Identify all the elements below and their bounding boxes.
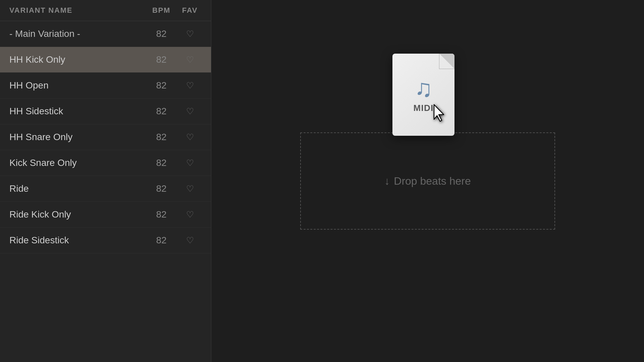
row-variant-name: Ride Kick Only [9,209,145,220]
midi-file-label: MIDI [413,103,433,113]
heart-icon: ♡ [186,132,194,142]
music-notes-icon: ♫ [415,76,433,100]
drop-beats-text: Drop beats here [394,175,471,187]
row-variant-name: HH Sidestick [9,106,145,117]
table-row[interactable]: HH Sidestick 82 ♡ [0,99,211,124]
table-row[interactable]: Ride 82 ♡ [0,176,211,202]
left-panel: VARIANT NAME BPM FAV - Main Variation - … [0,0,211,362]
heart-icon: ♡ [186,235,194,245]
row-bpm: 82 [145,106,178,117]
row-variant-name: HH Kick Only [9,54,145,65]
row-variant-name: - Main Variation - [9,28,145,39]
heart-icon: ♡ [186,209,194,220]
row-variant-name: HH Snare Only [9,132,145,142]
col-fav-header: FAV [178,6,202,15]
table-row[interactable]: - Main Variation - 82 ♡ [0,21,211,47]
row-bpm: 82 [145,80,178,91]
cursor [433,104,446,122]
table-row[interactable]: HH Kick Only 82 ♡ [0,47,211,73]
table-row[interactable]: Ride Kick Only 82 ♡ [0,202,211,228]
row-variant-name: Ride Sidestick [9,235,145,246]
table-row[interactable]: HH Snare Only 82 ♡ [0,124,211,150]
table-row[interactable]: Kick Snare Only 82 ♡ [0,150,211,176]
row-variant-name: Ride [9,183,145,194]
row-fav-icon[interactable]: ♡ [178,107,202,116]
col-bpm-header: BPM [145,6,178,15]
right-panel[interactable]: ↓ Drop beats here ♫ MIDI [211,0,644,362]
heart-icon: ♡ [186,184,194,194]
row-fav-icon[interactable]: ♡ [178,81,202,90]
table-row[interactable]: HH Open 82 ♡ [0,73,211,99]
heart-icon: ♡ [186,29,194,39]
midi-file-icon: ♫ MIDI [392,54,454,136]
row-fav-icon[interactable]: ♡ [178,55,202,64]
table-rows: - Main Variation - 82 ♡ HH Kick Only 82 … [0,21,211,362]
row-fav-icon[interactable]: ♡ [178,159,202,167]
col-variant-header: VARIANT NAME [9,6,145,15]
midi-drag-preview: ♫ MIDI [392,54,454,136]
table-row[interactable]: Ride Sidestick 82 ♡ [0,228,211,253]
drop-zone[interactable]: ↓ Drop beats here [300,132,555,230]
row-bpm: 82 [145,235,178,246]
row-bpm: 82 [145,183,178,194]
row-fav-icon[interactable]: ♡ [178,29,202,38]
row-bpm: 82 [145,28,178,39]
row-fav-icon[interactable]: ♡ [178,184,202,193]
row-variant-name: Kick Snare Only [9,158,145,168]
drop-arrow-icon: ↓ [384,175,390,187]
row-bpm: 82 [145,132,178,142]
heart-icon: ♡ [186,106,194,116]
row-fav-icon[interactable]: ♡ [178,133,202,141]
table-header: VARIANT NAME BPM FAV [0,0,211,21]
row-bpm: 82 [145,209,178,220]
row-fav-icon[interactable]: ♡ [178,210,202,219]
heart-icon: ♡ [186,80,194,90]
row-bpm: 82 [145,54,178,65]
row-bpm: 82 [145,158,178,168]
heart-icon: ♡ [186,55,194,65]
drop-beats-label: ↓ Drop beats here [384,175,471,187]
row-fav-icon[interactable]: ♡ [178,236,202,245]
heart-icon: ♡ [186,158,194,168]
row-variant-name: HH Open [9,80,145,91]
